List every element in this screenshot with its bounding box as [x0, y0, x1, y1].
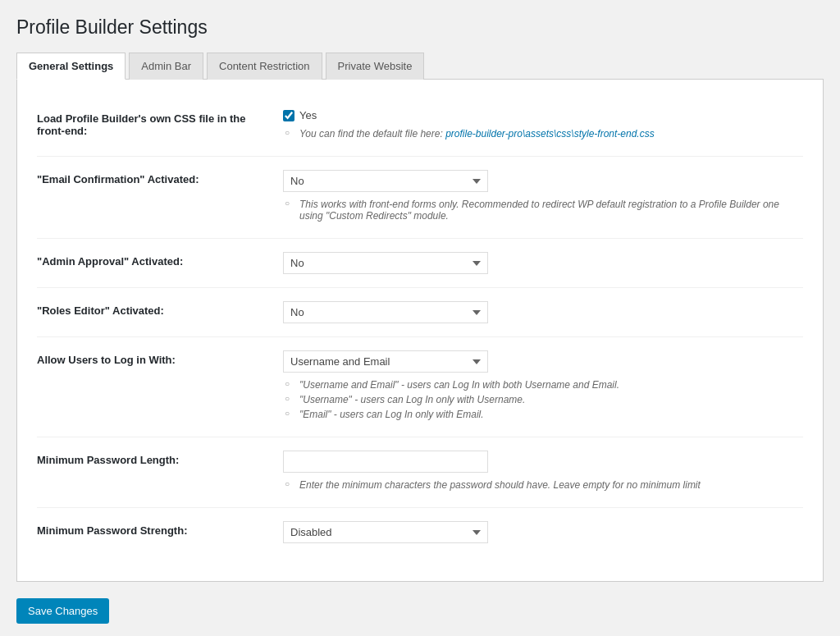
roles-editor-label: "Roles Editor" Activated: [37, 301, 283, 317]
css-file-row: Load Profile Builder's own CSS file in t… [37, 96, 803, 157]
css-file-label: Load Profile Builder's own CSS file in t… [37, 109, 283, 137]
admin-approval-label: "Admin Approval" Activated: [37, 252, 283, 268]
min-password-length-control: Enter the minimum characters the passwor… [283, 451, 803, 494]
login-with-label: Allow Users to Log in With: [37, 350, 283, 366]
admin-approval-select[interactable]: No Yes [283, 252, 488, 274]
login-with-control: Username and Email Username Email "Usern… [283, 350, 803, 423]
tab-admin-bar[interactable]: Admin Bar [129, 53, 203, 80]
css-file-link[interactable]: profile-builder-pro\assets\css\style-fro… [445, 128, 655, 140]
min-password-strength-label: Minimum Password Strength: [37, 521, 283, 537]
css-hint-list: You can find the default file here: prof… [283, 128, 803, 140]
roles-editor-row: "Roles Editor" Activated: No Yes [37, 288, 803, 337]
login-hint-3: "Email" - users can Log In only with Ema… [283, 409, 803, 420]
min-password-strength-row: Minimum Password Strength: Disabled Weak… [37, 508, 803, 556]
min-password-length-input[interactable] [283, 451, 488, 473]
tabs-nav: General Settings Admin Bar Content Restr… [16, 52, 824, 80]
login-with-hint-list: "Username and Email" - users can Log In … [283, 379, 803, 420]
roles-editor-select[interactable]: No Yes [283, 301, 488, 323]
login-hint-2: "Username" - users can Log In only with … [283, 394, 803, 405]
email-confirmation-control: No Yes This works with front-end forms o… [283, 170, 803, 225]
email-confirmation-row: "Email Confirmation" Activated: No Yes T… [37, 157, 803, 239]
login-with-row: Allow Users to Log in With: Username and… [37, 337, 803, 437]
min-password-length-row: Minimum Password Length: Enter the minim… [37, 437, 803, 508]
tab-content-restriction[interactable]: Content Restriction [207, 53, 322, 80]
min-password-length-hint-list: Enter the minimum characters the passwor… [283, 479, 803, 491]
tab-private-website[interactable]: Private Website [326, 53, 425, 80]
admin-approval-control: No Yes [283, 252, 803, 274]
min-password-strength-select[interactable]: Disabled Weak Medium Strong [283, 521, 488, 543]
min-password-strength-control: Disabled Weak Medium Strong [283, 521, 803, 543]
css-file-control: Yes You can find the default file here: … [283, 109, 803, 143]
css-checkbox-row: Yes [283, 109, 803, 121]
min-password-length-hint: Enter the minimum characters the passwor… [283, 479, 803, 491]
email-confirmation-hint-list: This works with front-end forms only. Re… [283, 199, 803, 222]
css-checkbox[interactable] [283, 110, 294, 121]
login-with-select[interactable]: Username and Email Username Email [283, 350, 488, 373]
email-confirmation-label: "Email Confirmation" Activated: [37, 170, 283, 185]
admin-approval-row: "Admin Approval" Activated: No Yes [37, 239, 803, 288]
css-checkbox-label: Yes [299, 109, 317, 121]
login-hint-1: "Username and Email" - users can Log In … [283, 379, 803, 391]
tab-general-settings[interactable]: General Settings [16, 53, 126, 80]
min-password-length-label: Minimum Password Length: [37, 451, 283, 466]
settings-container: Load Profile Builder's own CSS file in t… [16, 80, 824, 582]
page-title: Profile Builder Settings [16, 16, 824, 39]
css-hint: You can find the default file here: prof… [283, 128, 803, 140]
save-changes-button[interactable]: Save Changes [16, 598, 109, 624]
roles-editor-control: No Yes [283, 301, 803, 323]
css-hint-text: You can find the default file here: [299, 128, 443, 140]
email-confirmation-hint: This works with front-end forms only. Re… [283, 199, 803, 222]
email-confirmation-select[interactable]: No Yes [283, 170, 488, 192]
